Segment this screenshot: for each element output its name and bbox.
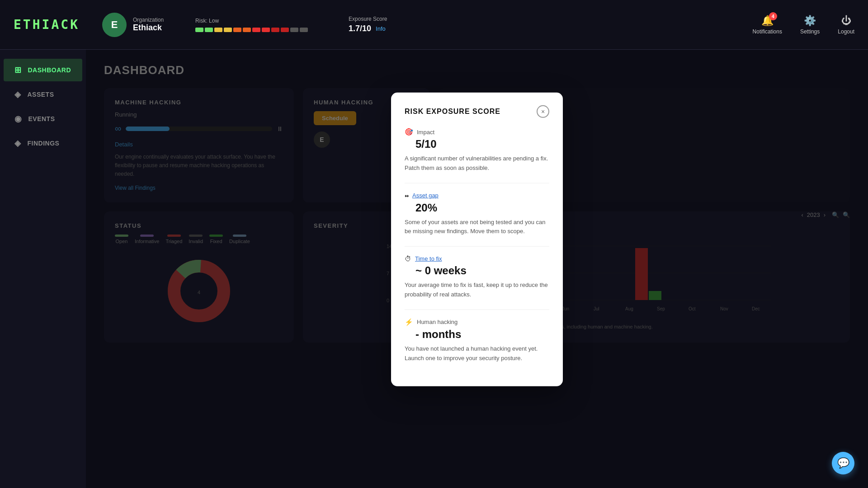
impact-icon: 🎯 — [405, 128, 413, 136]
sidebar: ⊞ DASHBOARD ◈ ASSETS ◉ EVENTS ◈ FINDINGS — [0, 50, 86, 488]
notifications-button[interactable]: 🔔 4 Notifications — [753, 15, 782, 35]
risk-seg-3 — [214, 28, 222, 32]
risk-seg-7 — [252, 28, 260, 32]
risk-seg-9 — [271, 28, 279, 32]
risk-block: Risk: Low — [195, 18, 308, 32]
modal-asset-gap-section: ↔ Asset gap 20% Some of your assets are … — [405, 191, 549, 236]
risk-seg-4 — [224, 28, 232, 32]
chat-button[interactable]: 💬 — [832, 452, 854, 474]
divider-3 — [405, 310, 549, 310]
impact-label: Impact — [417, 128, 434, 135]
modal-asset-gap-header: ↔ Asset gap — [405, 191, 549, 199]
human-hacking-modal-label: Human hacking — [417, 319, 458, 325]
main-layout: ⊞ DASHBOARD ◈ ASSETS ◉ EVENTS ◈ FINDINGS… — [0, 50, 868, 488]
navbar: ETHIACK E Organization Ethiack Risk: Low… — [0, 0, 868, 50]
main-content: DASHBOARD MACHINE HACKING Running ∞ ⏸ De… — [86, 50, 868, 488]
impact-value: 5/10 — [415, 138, 549, 150]
time-to-fix-label[interactable]: Time to fix — [415, 255, 442, 262]
exposure-block: Exposure Score 1.7/10 Info — [349, 16, 387, 33]
sidebar-item-dashboard[interactable]: ⊞ DASHBOARD — [4, 59, 82, 81]
settings-label: Settings — [800, 28, 820, 35]
sidebar-item-events-label: EVENTS — [28, 115, 55, 122]
sidebar-item-assets-label: ASSETS — [28, 91, 54, 98]
app-logo: ETHIACK — [14, 17, 80, 32]
logout-button[interactable]: ⏻ Logout — [838, 15, 854, 35]
human-hacking-modal-desc: You have not launched a human hacking ev… — [405, 344, 549, 363]
modal-impact-section: 🎯 Impact 5/10 A significant number of vu… — [405, 128, 549, 173]
time-to-fix-desc: Your average time to fix is fast, keep i… — [405, 281, 549, 300]
org-info: E Organization Ethiack — [102, 13, 164, 37]
events-icon: ◉ — [14, 114, 22, 124]
divider-2 — [405, 246, 549, 247]
org-label: Organization — [133, 17, 164, 23]
asset-gap-desc: Some of your assets are not being tested… — [405, 217, 549, 236]
sidebar-item-findings-label: FINDINGS — [28, 140, 60, 147]
close-icon: × — [541, 108, 545, 115]
assets-icon: ◈ — [14, 89, 21, 99]
impact-desc: A significant number of vulnerabilities … — [405, 154, 549, 173]
risk-label: Risk: Low — [195, 18, 308, 24]
risk-seg-10 — [281, 28, 289, 32]
power-icon: ⏻ — [841, 15, 851, 27]
modal-close-button[interactable]: × — [537, 105, 549, 118]
sidebar-item-events[interactable]: ◉ EVENTS — [4, 108, 82, 130]
risk-seg-6 — [243, 28, 251, 32]
human-hacking-modal-value: - months — [415, 328, 549, 341]
exposure-info-link[interactable]: Info — [376, 25, 386, 32]
org-name: Ethiack — [133, 23, 164, 33]
chat-icon: 💬 — [837, 457, 849, 469]
org-text: Organization Ethiack — [133, 17, 164, 33]
divider-1 — [405, 183, 549, 183]
settings-button[interactable]: ⚙️ Settings — [800, 15, 820, 35]
asset-gap-icon: ↔ — [405, 191, 409, 199]
time-to-fix-icon: ⏱ — [405, 255, 411, 263]
risk-seg-12 — [300, 28, 308, 32]
modal-title: RISK EXPOSURE SCORE — [405, 108, 500, 116]
gear-icon: ⚙️ — [804, 15, 816, 27]
risk-seg-5 — [233, 28, 241, 32]
dashboard-icon: ⊞ — [14, 65, 22, 75]
modal-impact-header: 🎯 Impact — [405, 128, 549, 136]
logout-label: Logout — [838, 28, 854, 35]
sidebar-item-findings[interactable]: ◈ FINDINGS — [4, 132, 82, 155]
modal-time-to-fix-header: ⏱ Time to fix — [405, 255, 549, 263]
nav-right: 🔔 4 Notifications ⚙️ Settings ⏻ Logout — [753, 15, 854, 35]
asset-gap-label[interactable]: Asset gap — [412, 192, 439, 199]
org-avatar: E — [102, 13, 127, 37]
modal-time-to-fix-section: ⏱ Time to fix ~ 0 weeks Your average tim… — [405, 255, 549, 300]
exposure-label: Exposure Score — [349, 16, 387, 22]
time-to-fix-value: ~ 0 weeks — [415, 264, 549, 277]
risk-seg-2 — [205, 28, 213, 32]
modal-human-hacking-section: ⚡ Human hacking - months You have not la… — [405, 318, 549, 363]
sidebar-item-assets[interactable]: ◈ ASSETS — [4, 83, 82, 106]
findings-icon: ◈ — [14, 138, 21, 148]
notifications-badge: 4 — [769, 12, 777, 20]
asset-gap-value: 20% — [415, 201, 549, 214]
sidebar-item-dashboard-label: DASHBOARD — [28, 66, 71, 74]
bell-icon: 🔔 4 — [761, 15, 774, 27]
risk-exposure-modal: RISK EXPOSURE SCORE × 🎯 Impact 5/10 A si… — [391, 93, 563, 386]
risk-seg-11 — [290, 28, 298, 32]
human-hacking-icon: ⚡ — [405, 318, 413, 326]
risk-seg-8 — [262, 28, 270, 32]
notifications-label: Notifications — [753, 28, 782, 35]
exposure-value: 1.7/10 — [349, 24, 371, 33]
risk-seg-1 — [195, 28, 203, 32]
modal-header: RISK EXPOSURE SCORE × — [405, 105, 549, 118]
modal-human-hacking-header: ⚡ Human hacking — [405, 318, 549, 326]
risk-bar — [195, 28, 308, 32]
